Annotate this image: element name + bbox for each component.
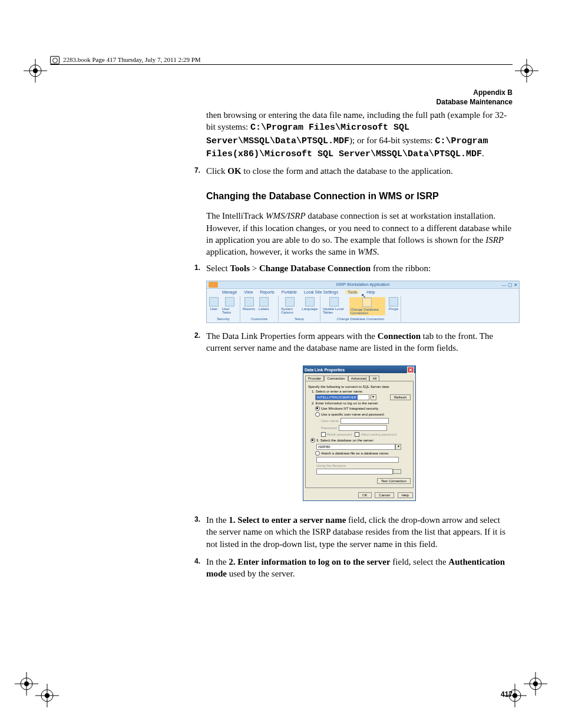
close-icon[interactable]: ✕	[407, 367, 414, 373]
radio-select-db[interactable]	[310, 438, 315, 443]
step-7: 7. Click OK to close the form and attach…	[194, 165, 513, 177]
overview-paragraph: The IntelliTrack WMS/ISRP database conne…	[206, 210, 513, 258]
app-icon	[209, 282, 218, 288]
running-head-appendix: Appendix B	[50, 88, 513, 98]
blank-password-checkbox[interactable]	[321, 432, 326, 437]
ribbon-tab-portable[interactable]: Portable	[282, 290, 297, 294]
ribbon-labels-button[interactable]: Labels	[259, 297, 269, 311]
step-2: 2. The Data Link Properties form appears…	[194, 330, 513, 354]
crop-mark-icon	[15, 672, 38, 696]
step-3: 3. In the 1. Select to enter a server na…	[194, 514, 513, 550]
cursor-icon: ↖	[361, 292, 366, 299]
refresh-button[interactable]: Refresh	[390, 394, 411, 400]
ribbon-tab-help[interactable]: Help	[366, 290, 375, 294]
username-input[interactable]	[340, 418, 389, 424]
filename-input[interactable]	[316, 469, 393, 475]
window-title: ISRP Workstation Application	[336, 282, 390, 286]
ribbon-purge-button[interactable]: Purge	[389, 297, 398, 315]
section-heading: Changing the Database Connection in WMS …	[206, 191, 513, 202]
radio-nt-security[interactable]	[315, 406, 320, 411]
cancel-button[interactable]: Cancel	[375, 492, 394, 498]
ribbon-tab-tools[interactable]: Tools	[345, 290, 359, 294]
step-4: 4. In the 2. Enter information to log on…	[194, 556, 513, 580]
dialog-tab-provider[interactable]: Provider	[305, 375, 324, 381]
window-controls[interactable]: — ▢ ✕	[502, 282, 518, 289]
ribbon-group-security: Security	[209, 317, 237, 321]
dialog-row2-label: 2. Enter information to log on to the se…	[308, 401, 411, 405]
radio-specific-user[interactable]	[315, 412, 320, 417]
server-name-combo[interactable]: INTELLITRACKSERVER	[315, 394, 369, 400]
crop-mark-icon	[524, 672, 547, 696]
crop-mark-icon	[35, 684, 59, 707]
help-button[interactable]: Help	[398, 492, 413, 498]
header-meta: 2283.book Page 417 Thursday, July 7, 201…	[63, 56, 201, 64]
ribbon-tab-reports[interactable]: Reports	[260, 290, 275, 294]
database-combo[interactable]: ISRP80	[316, 444, 395, 450]
attach-db-name-input[interactable]	[316, 457, 399, 463]
crop-mark-icon	[515, 59, 538, 83]
test-connection-button[interactable]: Test Connection	[377, 478, 411, 484]
header-rule	[50, 64, 513, 65]
ribbon-update-local-tables-button[interactable]: Update Local Tables	[323, 297, 346, 315]
ribbon-user-button[interactable]: User	[209, 297, 219, 314]
page-number: 417	[501, 690, 513, 699]
step-1: 1. Select Tools > Change Database Connec…	[194, 262, 513, 274]
dialog-title: Data Link Properties	[305, 368, 345, 372]
dialog-row1-label: 1. Select or enter a server name:	[308, 390, 411, 393]
dialog-tab-advanced[interactable]: Advanced	[348, 375, 370, 381]
ribbon-system-options-button[interactable]: System Options	[281, 297, 298, 314]
password-input[interactable]	[339, 425, 387, 431]
ribbon-language-button[interactable]: Language	[302, 297, 318, 314]
ribbon-group-cdc: Change Database Connection	[323, 317, 398, 321]
chevron-down-icon[interactable]: ▾	[395, 444, 401, 450]
dialog-tab-all[interactable]: All	[369, 375, 379, 381]
ribbon-screenshot: ISRP Workstation Application — ▢ ✕ Manag…	[206, 281, 520, 323]
book-icon	[50, 56, 59, 64]
ribbon-group-setup: Setup	[281, 317, 318, 321]
continuing-paragraph: then browsing or entering the data file …	[206, 109, 513, 160]
allow-saving-checkbox[interactable]	[355, 432, 359, 437]
ribbon-tab-manage[interactable]: Manage	[222, 290, 237, 294]
browse-button[interactable]: …	[393, 469, 401, 474]
crop-mark-icon	[24, 59, 47, 83]
dialog-instruction: Specify the following to connect to SQL …	[308, 385, 411, 388]
ribbon-tab-local-site-settings[interactable]: Local Site Settings	[304, 290, 338, 294]
dialog-tab-connection[interactable]: Connection	[324, 375, 348, 381]
chevron-down-icon[interactable]: ▾	[371, 394, 376, 400]
ribbon-tab-view[interactable]: View	[244, 290, 253, 294]
ribbon-user-tasks-button[interactable]: User Tasks	[222, 297, 237, 314]
ribbon-group-customize: Customize	[243, 317, 276, 321]
ok-button[interactable]: OK	[358, 492, 372, 498]
ribbon-change-db-connection-button[interactable]: Change Database Connection	[349, 297, 385, 315]
ribbon-reports-button[interactable]: Reports	[243, 297, 255, 311]
radio-attach-db[interactable]	[315, 451, 320, 456]
data-link-properties-dialog: Data Link Properties ✕ Provider Connecti…	[303, 365, 416, 501]
running-head-section: Database Maintenance	[50, 98, 513, 107]
